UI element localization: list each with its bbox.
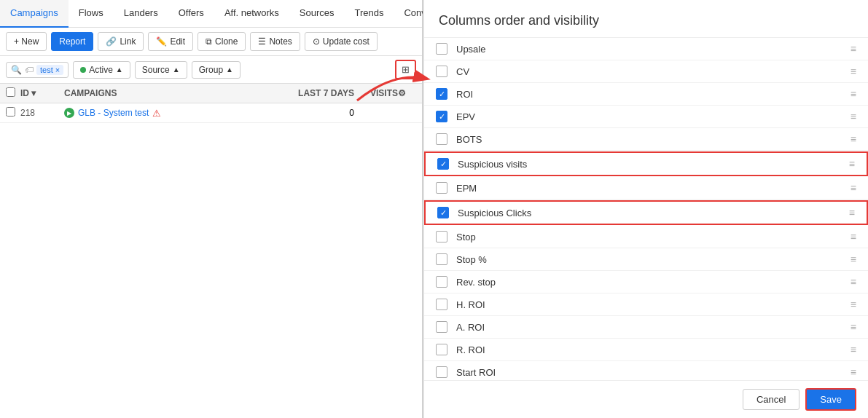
columns-modal: Columns order and visibility Upsale≡CV≡R… bbox=[423, 0, 868, 418]
column-label: A. ROI bbox=[456, 322, 842, 333]
drag-handle-icon[interactable]: ≡ bbox=[851, 88, 856, 100]
link-icon: 🔗 bbox=[106, 36, 117, 47]
column-item: Stop≡ bbox=[424, 226, 868, 248]
tag-close-icon[interactable]: × bbox=[55, 66, 60, 74]
save-button[interactable]: Save bbox=[805, 388, 856, 411]
column-checkbox[interactable] bbox=[436, 231, 447, 242]
nav-tab-campaigns[interactable]: Campaigns bbox=[0, 0, 69, 28]
drag-handle-icon[interactable]: ≡ bbox=[851, 66, 856, 77]
drag-handle-icon[interactable]: ≡ bbox=[851, 111, 856, 122]
search-box[interactable]: 🔍 🏷 test × bbox=[6, 62, 69, 78]
column-item: Suspicious Clicks≡ bbox=[424, 200, 868, 225]
expand-row-button[interactable]: ▶ bbox=[64, 108, 74, 118]
group-filter[interactable]: Group ▲ bbox=[192, 61, 241, 79]
group-chevron-icon: ▲ bbox=[226, 66, 233, 74]
search-tag[interactable]: test × bbox=[36, 65, 63, 75]
modal-body: Upsale≡CV≡ROI≡EPV≡BOTS≡Suspicious visits… bbox=[424, 38, 868, 380]
column-checkbox[interactable] bbox=[436, 321, 447, 333]
source-filter[interactable]: Source ▲ bbox=[135, 61, 187, 79]
column-checkbox[interactable] bbox=[436, 88, 447, 100]
filter-bar: 🔍 🏷 test × Active ▲ Source ▲ Group ▲ ⊞ bbox=[0, 56, 422, 84]
active-filter[interactable]: Active ▲ bbox=[73, 61, 130, 79]
nav-tab-sources[interactable]: Sources bbox=[289, 0, 345, 28]
column-checkbox[interactable] bbox=[437, 158, 449, 170]
column-item: ROI≡ bbox=[424, 83, 868, 106]
column-checkbox[interactable] bbox=[436, 43, 447, 55]
column-item: EPV≡ bbox=[424, 106, 868, 128]
column-checkbox[interactable] bbox=[436, 299, 447, 310]
update-icon: ⊙ bbox=[313, 36, 320, 47]
nav-tab-offers[interactable]: Offers bbox=[168, 0, 214, 28]
drag-handle-icon[interactable]: ≡ bbox=[851, 276, 856, 288]
column-label: R. ROI bbox=[456, 344, 842, 355]
table-row: 218 ▶ GLB - System test ⚠ 0 bbox=[0, 103, 422, 123]
column-label: BOTS bbox=[456, 134, 842, 145]
nav-tab-aff-networks[interactable]: Aff. networks bbox=[214, 0, 289, 28]
nav-tab-trends[interactable]: Trends bbox=[344, 0, 394, 28]
table-header: ID ▾ CAMPAIGNS LAST 7 DAYS VISITS ⚙ bbox=[0, 84, 422, 103]
link-button[interactable]: 🔗 Link bbox=[98, 32, 144, 51]
row-checkbox[interactable] bbox=[6, 107, 20, 119]
drag-handle-icon[interactable]: ≡ bbox=[851, 253, 856, 265]
column-item: BOTS≡ bbox=[424, 128, 868, 151]
active-dot bbox=[80, 67, 86, 73]
drag-handle-icon[interactable]: ≡ bbox=[851, 366, 856, 378]
column-item: Start ROI≡ bbox=[424, 361, 868, 380]
drag-handle-icon[interactable]: ≡ bbox=[851, 299, 856, 310]
notes-button[interactable]: ☰ Notes bbox=[250, 32, 300, 51]
select-all-checkbox[interactable] bbox=[6, 87, 15, 97]
row-campaigns: ▶ GLB - System test ⚠ bbox=[64, 108, 281, 119]
drag-handle-icon[interactable]: ≡ bbox=[851, 344, 856, 355]
nav-tab-landers[interactable]: Landers bbox=[114, 0, 168, 28]
drag-handle-icon[interactable]: ≡ bbox=[849, 207, 855, 218]
column-label: CV bbox=[456, 66, 842, 77]
th-visits: VISITS bbox=[354, 88, 398, 98]
column-checkbox[interactable] bbox=[436, 66, 447, 77]
column-item: A. ROI≡ bbox=[424, 316, 868, 339]
report-button[interactable]: Report bbox=[51, 32, 93, 51]
drag-handle-icon[interactable]: ≡ bbox=[851, 231, 856, 242]
new-button[interactable]: + New bbox=[6, 32, 47, 51]
column-checkbox[interactable] bbox=[436, 111, 447, 122]
row-last7: 0 bbox=[281, 108, 354, 118]
column-checkbox[interactable] bbox=[436, 276, 447, 288]
column-item: Stop %≡ bbox=[424, 248, 868, 271]
drag-handle-icon[interactable]: ≡ bbox=[851, 321, 856, 333]
th-gear[interactable]: ⚙ bbox=[398, 88, 416, 98]
drag-handle-icon[interactable]: ≡ bbox=[851, 182, 856, 194]
th-select-all[interactable] bbox=[6, 87, 20, 99]
clone-icon: ⧉ bbox=[206, 36, 212, 47]
modal-footer: Cancel Save bbox=[424, 380, 868, 418]
clone-button[interactable]: ⧉ Clone bbox=[198, 32, 246, 51]
column-label: H. ROI bbox=[456, 299, 842, 310]
column-item: Suspicious visits≡ bbox=[424, 151, 868, 176]
top-nav: Campaigns Flows Landers Offers Aff. netw… bbox=[0, 0, 422, 28]
columns-visibility-button[interactable]: ⊞ bbox=[395, 60, 416, 79]
drag-handle-icon[interactable]: ≡ bbox=[849, 158, 855, 170]
drag-handle-icon[interactable]: ≡ bbox=[851, 133, 856, 145]
edit-button[interactable]: ✏️ Edit bbox=[148, 32, 193, 51]
column-label: Stop % bbox=[456, 254, 842, 265]
column-label: Stop bbox=[456, 232, 842, 242]
column-checkbox[interactable] bbox=[436, 182, 447, 194]
th-id[interactable]: ID ▾ bbox=[20, 88, 64, 98]
modal-title: Columns order and visibility bbox=[439, 13, 853, 28]
column-label: Suspicious Clicks bbox=[458, 208, 840, 218]
warning-icon: ⚠ bbox=[152, 108, 161, 119]
source-chevron-icon: ▲ bbox=[173, 66, 180, 74]
drag-handle-icon[interactable]: ≡ bbox=[851, 43, 856, 55]
cancel-button[interactable]: Cancel bbox=[743, 389, 799, 410]
tag-icon: 🏷 bbox=[25, 65, 34, 75]
column-checkbox[interactable] bbox=[436, 253, 447, 265]
column-checkbox[interactable] bbox=[437, 207, 449, 218]
column-item: EPM≡ bbox=[424, 177, 868, 200]
column-checkbox[interactable] bbox=[436, 133, 447, 145]
nav-tab-flows[interactable]: Flows bbox=[69, 0, 114, 28]
th-last7: LAST 7 DAYS bbox=[281, 88, 354, 98]
toolbar: + New Report 🔗 Link ✏️ Edit ⧉ Clone ☰ No… bbox=[0, 28, 422, 56]
column-item: CV≡ bbox=[424, 60, 868, 83]
column-checkbox[interactable] bbox=[436, 344, 447, 355]
column-item: Upsale≡ bbox=[424, 38, 868, 60]
update-cost-button[interactable]: ⊙ Update cost bbox=[305, 32, 378, 51]
column-checkbox[interactable] bbox=[436, 366, 447, 378]
